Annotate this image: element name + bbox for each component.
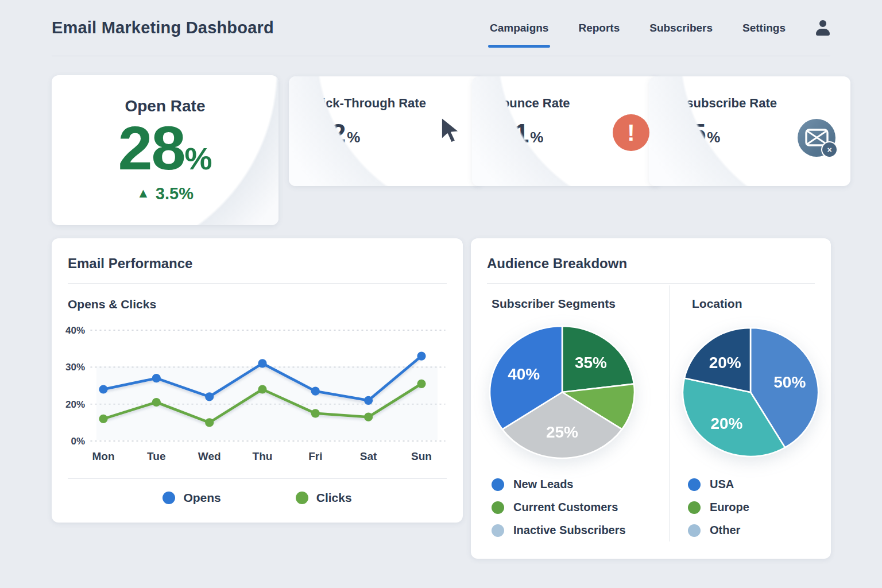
unsubscribe-title: Unsubscribe Rate [670, 96, 850, 111]
email-performance-title: Email Performance [52, 238, 463, 283]
header: Email Marketing Dashboard Campaigns Repo… [52, 0, 830, 56]
current-customers-dot [492, 501, 504, 514]
svg-text:25%: 25% [546, 423, 578, 441]
user-profile-icon[interactable] [815, 20, 830, 36]
nav-reports[interactable]: Reports [578, 22, 620, 34]
other-dot [688, 524, 701, 537]
svg-text:Tue: Tue [147, 450, 165, 462]
person-icon [819, 20, 826, 27]
ctr-title: Click-Through Rate [310, 96, 483, 111]
segments-legend: New Leads Current Customers Inactive Sub… [492, 478, 626, 537]
page-title: Email Marketing Dashboard [52, 18, 274, 37]
svg-text:0%: 0% [71, 436, 85, 447]
divider [68, 478, 447, 479]
svg-text:Thu: Thu [253, 450, 273, 462]
bounce-rate-card: Bounce Rate 2.1% ! [472, 76, 661, 186]
performance-legend: Opens Clicks [52, 491, 463, 505]
nav-campaigns[interactable]: Campaigns [490, 22, 548, 34]
audience-breakdown-title: Audience Breakdown [471, 238, 831, 283]
click-through-rate-card: Click-Through Rate 3.2% [289, 76, 483, 186]
new-leads-dot [492, 478, 504, 491]
legend-item-new-leads: New Leads [492, 478, 626, 491]
opens-legend-dot [163, 492, 175, 504]
svg-text:40%: 40% [65, 325, 85, 336]
svg-text:35%: 35% [575, 354, 607, 372]
bounce-title: Bounce Rate [493, 96, 661, 111]
remove-badge-icon: × [821, 141, 838, 158]
nav-subscribers[interactable]: Subscribers [649, 22, 713, 34]
location-legend: USA Europe Other [688, 478, 749, 537]
svg-text:30%: 30% [65, 362, 85, 373]
up-triangle-icon: ▲ [137, 185, 150, 201]
location-pie-chart: 50%20%20% [681, 326, 820, 458]
legend-item-current-customers: Current Customers [492, 501, 626, 514]
clicks-legend-dot [296, 492, 308, 504]
envelope-remove-icon: × [798, 119, 835, 157]
svg-text:Wed: Wed [198, 450, 221, 462]
svg-text:50%: 50% [773, 373, 806, 391]
svg-text:Mon: Mon [92, 450, 114, 462]
svg-text:40%: 40% [508, 365, 540, 383]
audience-breakdown-panel: Audience Breakdown Subscriber Segments L… [471, 238, 831, 559]
opens-clicks-line-chart: 40%30%20%0%MonTueWedThuFriSatSun [62, 316, 452, 465]
svg-text:Fri: Fri [308, 450, 322, 462]
open-rate-card: Open Rate 28% ▲ 3.5% [52, 75, 278, 225]
alert-exclamation-icon: ! [613, 114, 649, 151]
europe-dot [688, 501, 701, 514]
inactive-subscribers-dot [492, 524, 504, 537]
legend-item-opens: Opens [163, 491, 220, 505]
cursor-pointer-icon [438, 117, 463, 145]
subscriber-segments-title: Subscriber Segments [492, 297, 616, 311]
svg-text:Sun: Sun [411, 450, 432, 462]
open-rate-delta: ▲ 3.5% [137, 184, 194, 203]
legend-item-other: Other [688, 524, 749, 537]
svg-text:20%: 20% [710, 415, 742, 432]
location-title: Location [692, 297, 742, 311]
main-nav: Campaigns Reports Subscribers Settings [490, 20, 830, 36]
subscriber-segments-pie-chart: 35%25%40% [488, 324, 636, 460]
legend-item-inactive-subscribers: Inactive Subscribers [492, 524, 626, 537]
email-performance-panel: Email Performance Opens & Clicks 40%30%2… [52, 238, 463, 523]
legend-item-usa: USA [688, 478, 749, 491]
svg-text:20%: 20% [65, 399, 85, 410]
divider [487, 283, 815, 284]
usa-dot [688, 478, 701, 491]
legend-item-clicks: Clicks [296, 491, 352, 505]
unsubscribe-rate-card: Unsubscribe Rate 0.5% × [649, 76, 850, 186]
svg-text:Sat: Sat [360, 450, 377, 462]
opens-clicks-subtitle: Opens & Clicks [52, 284, 463, 311]
svg-text:20%: 20% [709, 354, 741, 372]
open-rate-value: 28% [118, 117, 212, 180]
open-rate-delta-value: 3.5% [156, 184, 194, 203]
nav-settings[interactable]: Settings [742, 22, 786, 34]
legend-item-europe: Europe [688, 501, 749, 514]
vertical-divider [669, 285, 670, 541]
